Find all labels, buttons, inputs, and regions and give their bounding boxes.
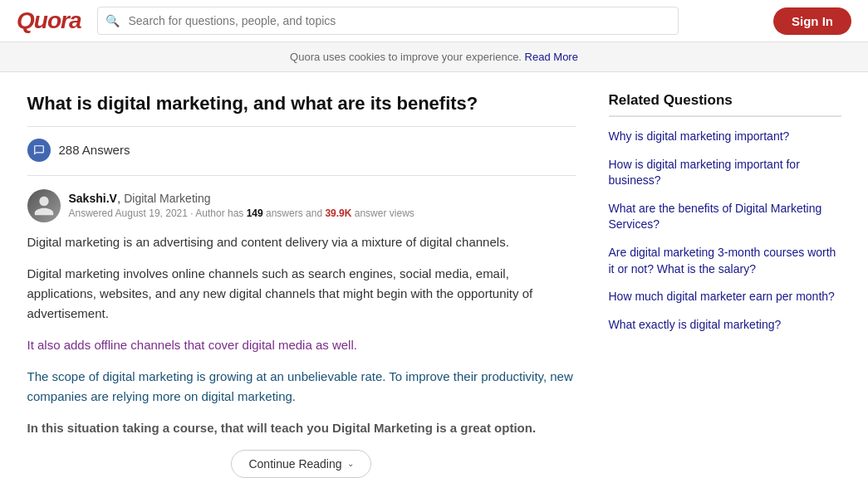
quora-logo: Quora [17,7,81,34]
related-question-item: What are the benefits of Digital Marketi… [609,201,841,233]
author-meta-prefix: Answered August 19, 2021 · Author has [69,207,247,219]
sidebar-right: Related Questions Why is digital marketi… [609,92,841,478]
question-divider [27,126,576,127]
header-right: Sign In [773,7,851,35]
related-question-item: What exactly is digital marketing? [609,317,841,334]
continue-reading-label: Continue Reading [248,457,341,471]
author-meta: Answered August 19, 2021 · Author has 14… [69,207,414,221]
author-meta-mid: answers and [263,207,326,219]
answer-paragraph: In this situation taking a course, that … [27,418,576,438]
related-question-link[interactable]: Why is digital marketing important? [609,129,790,143]
signin-button[interactable]: Sign In [773,7,851,35]
answers-divider [27,175,576,176]
related-question-item: Are digital marketing 3-month courses wo… [609,245,841,277]
related-list: Why is digital marketing important?How i… [609,129,841,333]
author-comma: , [117,191,124,205]
author-views-count: 39.9K [325,207,351,219]
cookie-bar: Quora uses cookies to improve your exper… [0,42,868,72]
answer-paragraph: The scope of digital marketing is growin… [27,367,576,407]
author-info: Sakshi.V, Digital Marketing Answered Aug… [69,189,414,221]
related-questions-title: Related Questions [609,92,841,109]
answer-body: Digital marketing is an advertising and … [27,232,576,438]
author-name: Sakshi.V [69,192,117,205]
answer-paragraph: It also adds offline channels that cover… [27,335,576,355]
related-question-link[interactable]: What exactly is digital marketing? [609,318,782,331]
answer-paragraph: Digital marketing is an advertising and … [27,232,576,252]
related-question-link[interactable]: How much digital marketer earn per month… [609,290,835,303]
related-divider [609,115,841,117]
cookie-message: Quora uses cookies to improve your exper… [290,51,522,63]
related-question-item: How much digital marketer earn per month… [609,289,841,305]
author-name-specialty: Sakshi.V, Digital Marketing [69,189,414,207]
author-avatar [27,189,61,222]
answer-paragraph: Digital marketing involves online channe… [27,264,576,324]
answers-count: 288 Answers [59,143,130,157]
search-container: 🔍 [97,7,679,35]
answers-row: 288 Answers [27,139,576,162]
author-answers-count: 149 [247,207,263,219]
search-icon: 🔍 [105,14,120,27]
related-question-link[interactable]: What are the benefits of Digital Marketi… [609,202,822,232]
continue-reading-wrap: Continue Reading ⌄ [27,450,576,478]
author-avatar-image [27,189,61,222]
content-left: What is digital marketing, and what are … [27,92,576,478]
answers-icon [27,139,51,162]
related-question-link[interactable]: Are digital marketing 3-month courses wo… [609,246,836,276]
question-title: What is digital marketing, and what are … [27,92,576,116]
header: Quora 🔍 Sign In [0,0,868,42]
related-question-item: How is digital marketing important for b… [609,157,841,189]
related-question-link[interactable]: How is digital marketing important for b… [609,158,800,188]
read-more-link[interactable]: Read More [525,51,578,63]
related-question-item: Why is digital marketing important? [609,129,841,145]
chevron-down-icon: ⌄ [347,459,354,468]
author-meta-suffix: answer views [351,207,414,219]
author-specialty: Digital Marketing [124,192,210,205]
search-input[interactable] [97,7,679,35]
main-container: What is digital marketing, and what are … [11,72,858,478]
continue-reading-button[interactable]: Continue Reading ⌄ [231,450,370,478]
answer-header: Sakshi.V, Digital Marketing Answered Aug… [27,189,576,222]
